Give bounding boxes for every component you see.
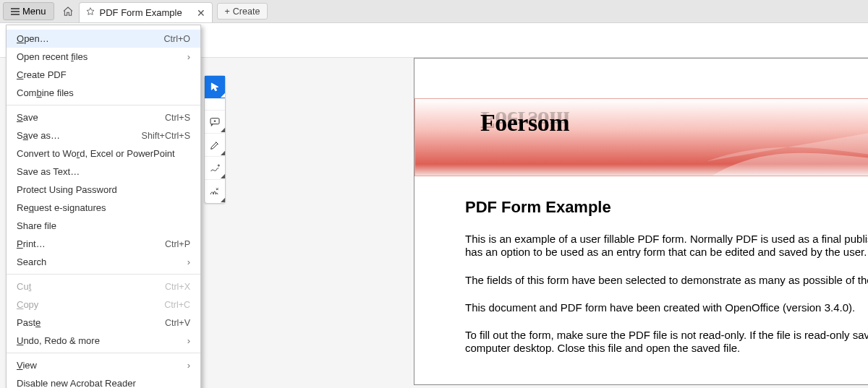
menu-item-shortcut: Ctrl+C: [164, 300, 190, 310]
menu-item-create-pdf[interactable]: Create PDF: [7, 66, 200, 84]
menu-item-open[interactable]: Open…Ctrl+O: [7, 30, 200, 48]
app-root: Menu PDF Form Example ✕ + Create ◢◢◢◢◢ F…: [0, 0, 868, 388]
banner-wave: [707, 99, 868, 176]
menu-item-label: Save: [17, 112, 38, 123]
menu-item-shortcut: Ctrl+V: [165, 318, 190, 328]
menu-item-label: Share file: [17, 220, 56, 231]
menu-item-shortcut: Shift+Ctrl+S: [142, 131, 190, 141]
menu-separator: [7, 105, 200, 105]
quick-tools-strip: ◢◢◢◢◢: [204, 75, 226, 204]
menu-item-label: Print…: [17, 238, 46, 249]
menu-item-search[interactable]: Search›: [7, 253, 200, 271]
home-icon: [62, 6, 74, 17]
menu-item-shortcut: Ctrl+O: [164, 34, 190, 44]
menu-item-label: Disable new Acrobat Reader: [17, 378, 136, 388]
expand-chevron-icon: ◢: [221, 92, 225, 98]
expand-chevron-icon: ◢: [221, 126, 225, 133]
expand-chevron-icon: ◢: [221, 150, 225, 156]
menu-item-save-as-text[interactable]: Save as Text…: [7, 163, 200, 181]
menu-button[interactable]: Menu: [3, 2, 54, 20]
tab-title: PDF Form Example: [100, 7, 192, 18]
menu-item-label: Search: [17, 256, 46, 267]
menu-item-label: Combine files: [17, 87, 74, 98]
highlight-icon[interactable]: ◢: [205, 134, 225, 157]
pdf-page: Foersom Foersom PDF Form Example This is…: [414, 58, 868, 385]
paragraph: To fill out the form, make sure the PDF …: [465, 329, 868, 355]
menu-item-open-recent-files[interactable]: Open recent files›: [7, 48, 200, 66]
expand-chevron-icon: ◢: [221, 197, 225, 203]
paragraph: This document and PDF form have been cre…: [465, 301, 868, 314]
menu-item-label: Protect Using Password: [17, 184, 117, 195]
menu-item-protect-using-password[interactable]: Protect Using Password: [7, 181, 200, 199]
sign-icon[interactable]: ◢: [205, 180, 225, 203]
menu-item-combine-files[interactable]: Combine files: [7, 84, 200, 102]
expand-chevron-icon: ◢: [221, 173, 225, 179]
star-icon[interactable]: [85, 7, 95, 19]
document-tab[interactable]: PDF Form Example ✕: [79, 2, 213, 22]
plus-icon: +: [225, 7, 230, 17]
menu-item-shortcut: Ctrl+P: [165, 239, 190, 249]
menu-item-view[interactable]: View›: [7, 356, 200, 374]
menu-item-paste[interactable]: PasteCtrl+V: [7, 314, 200, 332]
cursor-icon[interactable]: ◢: [205, 76, 225, 99]
file-menu: Open…Ctrl+OOpen recent files›Create PDFC…: [6, 25, 201, 388]
menu-item-label: Undo, Redo & more: [17, 335, 100, 346]
paragraph: This is an example of a user fillable PD…: [465, 233, 868, 259]
menu-item-save-as[interactable]: Save as…Shift+Ctrl+S: [7, 126, 200, 145]
menu-item-label: Create PDF: [17, 69, 67, 80]
menu-item-convert-to-word-excel-or-powerpoint[interactable]: Convert to Word, Excel or PowerPoint: [7, 145, 200, 163]
close-icon[interactable]: ✕: [196, 7, 206, 19]
menu-item-label: Open…: [17, 33, 49, 44]
chevron-right-icon: ›: [187, 335, 190, 346]
menu-item-label: Paste: [17, 317, 41, 328]
menu-item-label: Request e-signatures: [17, 202, 106, 213]
menu-item-shortcut: Ctrl+X: [165, 282, 190, 292]
menu-item-label: Save as Text…: [17, 166, 80, 177]
draw-icon[interactable]: ◢: [205, 157, 225, 180]
paragraph: The fields of this form have been select…: [465, 274, 868, 287]
menu-separator: [7, 353, 200, 353]
comment-icon[interactable]: ◢: [205, 111, 225, 134]
create-tab-button[interactable]: + Create: [217, 3, 268, 20]
menu-item-label: Open recent files: [17, 51, 88, 62]
svg-point-1: [218, 165, 219, 166]
brand-reflection: Foersom: [480, 106, 569, 134]
menu-item-print[interactable]: Print…Ctrl+P: [7, 235, 200, 253]
banner: Foersom Foersom: [414, 98, 868, 176]
menu-item-undo-redo-more[interactable]: Undo, Redo & more›: [7, 332, 200, 350]
chevron-right-icon: ›: [187, 360, 190, 371]
menu-item-save[interactable]: SaveCtrl+S: [7, 108, 200, 126]
menu-item-label: View: [17, 360, 37, 371]
menu-button-label: Menu: [22, 6, 46, 17]
menu-item-label: Convert to Word, Excel or PowerPoint: [17, 148, 175, 159]
hamburger-icon: [11, 7, 20, 17]
menu-separator: [7, 274, 200, 275]
menu-item-copy: CopyCtrl+C: [7, 296, 200, 314]
menu-item-label: Copy: [17, 299, 38, 310]
home-button[interactable]: [57, 0, 79, 22]
menu-item-label: Cut: [17, 281, 31, 292]
titlebar: Menu PDF Form Example ✕ + Create: [0, 0, 868, 23]
menu-item-shortcut: Ctrl+S: [165, 113, 190, 123]
menu-item-request-e-signatures[interactable]: Request e-signatures: [7, 199, 200, 217]
create-tab-label: Create: [233, 7, 260, 17]
menu-item-label: Save as…: [17, 130, 60, 141]
page-content: PDF Form Example This is an example of a…: [414, 176, 868, 384]
menu-item-cut: CutCtrl+X: [7, 277, 200, 296]
page-heading: PDF Form Example: [465, 198, 868, 217]
menu-item-disable-new-acrobat-reader[interactable]: Disable new Acrobat Reader: [7, 374, 200, 388]
menu-item-share-file[interactable]: Share file: [7, 217, 200, 235]
chevron-right-icon: ›: [187, 256, 190, 267]
chevron-right-icon: ›: [187, 51, 190, 62]
